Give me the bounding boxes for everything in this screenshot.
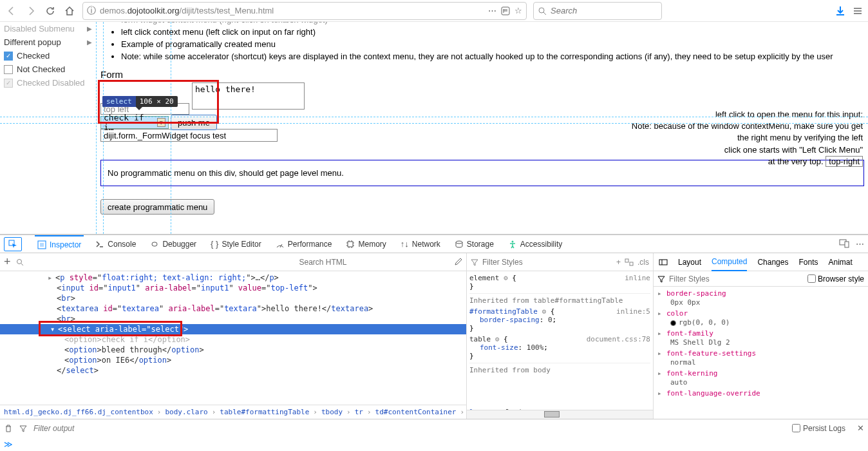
tab-network[interactable]: ↑↓Network (398, 235, 443, 253)
context-menu: Disabled Submenu ▶ Different popup ▶ ✓ C… (0, 22, 97, 234)
menu-icon[interactable] (853, 6, 863, 16)
html-tree[interactable]: ▸<p style="float:right; text-align: righ… (0, 271, 466, 405)
menu-label: Checked Disabled (17, 78, 85, 88)
more-icon[interactable]: ⋯ (856, 239, 864, 249)
computed-filter-input[interactable] (669, 274, 804, 283)
add-element-icon[interactable]: + (4, 255, 11, 269)
devtools-tabs: Inspector Console Debugger { }Style Edit… (0, 235, 868, 253)
computed-value: MS Shell Dlg 2 (670, 338, 864, 347)
menu-item-checked[interactable]: ✓ Checked (0, 49, 96, 62)
tab-fonts[interactable]: Fonts (798, 258, 818, 267)
tooltip-arrow-icon (136, 107, 142, 110)
svg-line-2 (543, 12, 546, 15)
pseudo-icon[interactable] (625, 258, 634, 266)
tab-layout[interactable]: Layout (678, 258, 701, 267)
tab-memory[interactable]: Memory (343, 235, 388, 253)
svg-rect-11 (845, 242, 849, 247)
create-menu-button[interactable]: create programmatic menu (100, 199, 214, 215)
top-right-input[interactable]: top-right (826, 156, 863, 167)
home-icon[interactable] (61, 2, 79, 20)
reload-icon[interactable] (41, 2, 59, 20)
computed-property[interactable]: ▸font-family (657, 329, 864, 338)
svg-line-13 (21, 264, 23, 265)
downloads-icon[interactable] (835, 5, 846, 17)
menu-item-different-popup[interactable]: Different popup ▶ (0, 35, 96, 49)
tab-accessibility[interactable]: Accessibility (505, 235, 565, 253)
submenu-arrow-icon: ▶ (87, 25, 92, 32)
tab-changes[interactable]: Changes (757, 258, 788, 267)
menu-item-checked-disabled: ✓ Checked Disabled (0, 76, 96, 90)
inherited-body-label: Inherited from body (469, 363, 650, 374)
reader-icon[interactable] (500, 6, 511, 16)
computed-property[interactable]: ▸border-spacing (657, 289, 864, 298)
nav-back-icon[interactable] (3, 2, 21, 20)
computed-panel: Layout Computed Changes Fonts Animat Bro… (653, 253, 868, 419)
checkbox-disabled-icon: ✓ (4, 79, 13, 88)
cls-toggle[interactable]: .cls (637, 258, 649, 267)
computed-value: auto (670, 378, 864, 387)
computed-property[interactable]: ▸font-feature-settings (657, 349, 864, 358)
add-rule-icon[interactable]: + (616, 258, 621, 267)
menu-label: Checked (17, 51, 50, 61)
tab-console[interactable]: Console (93, 235, 138, 253)
horizontal-scrollbar[interactable] (467, 410, 653, 419)
checkbox-checked-icon[interactable]: ✓ (4, 52, 13, 61)
menu-item-not-checked[interactable]: Not Checked (0, 62, 96, 76)
tooltip-dimensions: 106 × 20 (136, 96, 178, 107)
list-item: form widget context menu (right-click on… (121, 22, 864, 26)
site-info-icon[interactable]: ⓘ (87, 5, 96, 17)
nav-forward-icon[interactable] (22, 2, 40, 20)
url-bar[interactable]: ⓘ demos.dojotoolkit.org/dijit/tests/test… (82, 2, 527, 20)
browser-search-input[interactable] (551, 6, 659, 15)
tab-inspector[interactable]: Inspector (35, 235, 84, 253)
breadcrumbs[interactable]: html.dj_gecko.dj_ff66.dj_contentbox› bod… (0, 405, 466, 419)
style-rule[interactable]: document.css:78 table ⚙ { font-size: 100… (469, 335, 650, 360)
svg-rect-7 (348, 242, 353, 247)
persist-logs-toggle[interactable]: Persist Logs (792, 424, 845, 433)
responsive-icon[interactable] (839, 239, 849, 249)
svg-rect-16 (659, 260, 667, 265)
console-prompt[interactable]: ≫ (0, 437, 868, 451)
tab-label: Memory (358, 240, 386, 249)
form-heading: Form (100, 69, 864, 80)
page-body: form widget context menu (right-click on… (97, 22, 868, 234)
menu-label: Different popup (4, 37, 61, 47)
computed-property[interactable]: ▸color (657, 309, 864, 318)
filter-icon[interactable] (19, 425, 27, 432)
menu-label: Not Checked (17, 64, 65, 74)
menu-label: Disabled Submenu (4, 24, 75, 34)
tab-debugger[interactable]: Debugger (147, 235, 199, 253)
html-search-input[interactable] (299, 258, 448, 267)
list-item: left click context menu (left click on i… (121, 26, 864, 39)
browser-search-bar[interactable] (533, 2, 662, 20)
page-content: Disabled Submenu ▶ Different popup ▶ ✓ C… (0, 22, 868, 235)
tab-animations[interactable]: Animat (828, 258, 852, 267)
computed-property[interactable]: ▸font-language-override (657, 389, 864, 398)
selected-html-node[interactable]: ▾<select aria-label="select"> (0, 324, 466, 334)
tab-performance[interactable]: Performance (273, 235, 335, 253)
clear-console-icon[interactable] (4, 424, 13, 433)
storage-icon (455, 240, 464, 249)
tab-storage[interactable]: Storage (452, 235, 496, 253)
element-picker-icon[interactable] (4, 237, 22, 251)
box-model-icon[interactable] (659, 258, 668, 266)
styles-filter-input[interactable] (482, 258, 612, 267)
list-item: Example of programatically created menu (121, 39, 864, 51)
eyedropper-icon[interactable] (453, 258, 462, 267)
browser-styles-toggle[interactable]: Browser style (807, 274, 864, 283)
style-rule[interactable]: inline element ⚙ {} (469, 274, 650, 291)
page-actions-icon[interactable]: ⋯ (488, 6, 496, 15)
tab-style-editor[interactable]: { }Style Editor (208, 235, 264, 253)
checkbox-icon[interactable] (4, 65, 13, 74)
close-icon[interactable]: ✕ (857, 423, 864, 433)
style-rule[interactable]: inline:5 #formattingTable ⚙ { border-spa… (469, 307, 650, 332)
svg-rect-15 (630, 262, 633, 265)
style-icon: { } (211, 239, 218, 249)
tab-label: Inspector (50, 240, 81, 249)
tab-computed[interactable]: Computed (712, 257, 747, 271)
textarea-input[interactable]: hello there! (192, 82, 305, 110)
memory-icon (346, 240, 355, 249)
computed-property[interactable]: ▸font-kerning (657, 369, 864, 378)
console-filter-input[interactable] (33, 424, 786, 433)
bookmark-star-icon[interactable]: ☆ (514, 6, 522, 15)
